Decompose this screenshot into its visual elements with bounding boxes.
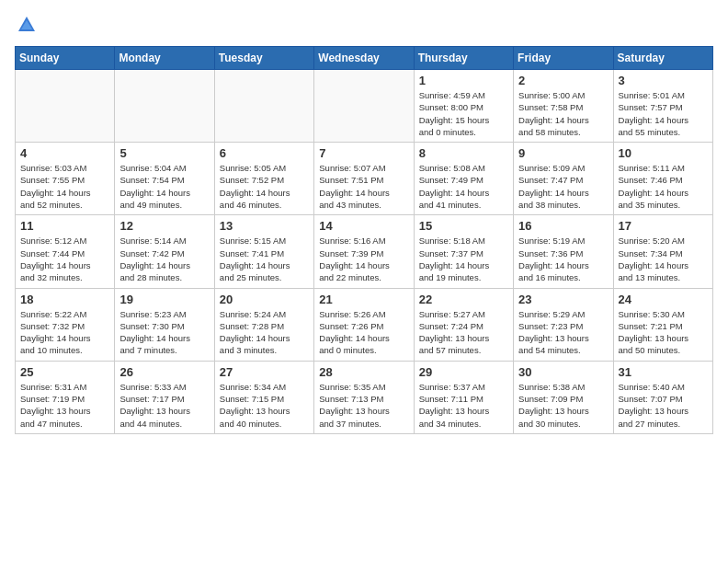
day-number: 9 bbox=[518, 146, 608, 160]
day-info: Sunrise: 5:09 AM Sunset: 7:47 PM Dayligh… bbox=[518, 162, 608, 211]
day-number: 1 bbox=[419, 74, 508, 87]
day-number: 30 bbox=[518, 365, 608, 379]
day-number: 22 bbox=[419, 293, 508, 306]
day-number: 23 bbox=[518, 293, 608, 306]
day-number: 13 bbox=[220, 219, 309, 233]
day-number: 8 bbox=[419, 146, 508, 160]
day-number: 10 bbox=[619, 146, 708, 160]
day-info: Sunrise: 5:31 AM Sunset: 7:19 PM Dayligh… bbox=[20, 381, 109, 430]
day-info: Sunrise: 5:20 AM Sunset: 7:34 PM Dayligh… bbox=[619, 235, 708, 283]
calendar-cell: 24Sunrise: 5:30 AM Sunset: 7:21 PM Dayli… bbox=[613, 288, 712, 361]
calendar-cell bbox=[115, 70, 214, 143]
calendar-cell: 9Sunrise: 5:09 AM Sunset: 7:47 PM Daylig… bbox=[514, 143, 613, 215]
day-info: Sunrise: 5:08 AM Sunset: 7:49 PM Dayligh… bbox=[419, 162, 508, 211]
header-day-sunday: Sunday bbox=[16, 47, 115, 70]
calendar-cell: 23Sunrise: 5:29 AM Sunset: 7:23 PM Dayli… bbox=[514, 288, 613, 361]
calendar-cell: 14Sunrise: 5:16 AM Sunset: 7:39 PM Dayli… bbox=[314, 215, 414, 288]
calendar-cell: 28Sunrise: 5:35 AM Sunset: 7:13 PM Dayli… bbox=[314, 361, 414, 433]
header-day-tuesday: Tuesday bbox=[214, 47, 313, 70]
day-number: 12 bbox=[119, 219, 209, 233]
day-number: 27 bbox=[220, 365, 309, 379]
day-info: Sunrise: 5:33 AM Sunset: 7:17 PM Dayligh… bbox=[119, 381, 209, 430]
calendar-week-row-2: 4Sunrise: 5:03 AM Sunset: 7:55 PM Daylig… bbox=[16, 143, 713, 215]
day-info: Sunrise: 5:22 AM Sunset: 7:32 PM Dayligh… bbox=[20, 308, 109, 357]
day-info: Sunrise: 5:23 AM Sunset: 7:30 PM Dayligh… bbox=[119, 308, 209, 357]
day-info: Sunrise: 5:07 AM Sunset: 7:51 PM Dayligh… bbox=[319, 162, 408, 211]
calendar-cell: 3Sunrise: 5:01 AM Sunset: 7:57 PM Daylig… bbox=[613, 70, 712, 143]
day-info: Sunrise: 5:35 AM Sunset: 7:13 PM Dayligh… bbox=[319, 381, 408, 430]
calendar-cell: 29Sunrise: 5:37 AM Sunset: 7:11 PM Dayli… bbox=[414, 361, 513, 433]
calendar-cell: 4Sunrise: 5:03 AM Sunset: 7:55 PM Daylig… bbox=[16, 143, 115, 215]
calendar-cell: 19Sunrise: 5:23 AM Sunset: 7:30 PM Dayli… bbox=[115, 288, 214, 361]
calendar-cell: 1Sunrise: 4:59 AM Sunset: 8:00 PM Daylig… bbox=[414, 70, 513, 143]
day-number: 24 bbox=[619, 293, 708, 306]
day-number: 11 bbox=[20, 219, 109, 233]
calendar-cell: 13Sunrise: 5:15 AM Sunset: 7:41 PM Dayli… bbox=[214, 215, 313, 288]
day-info: Sunrise: 5:34 AM Sunset: 7:15 PM Dayligh… bbox=[220, 381, 309, 430]
calendar-cell: 16Sunrise: 5:19 AM Sunset: 7:36 PM Dayli… bbox=[514, 215, 613, 288]
day-number: 7 bbox=[319, 146, 408, 160]
day-info: Sunrise: 5:38 AM Sunset: 7:09 PM Dayligh… bbox=[518, 381, 608, 430]
header-day-thursday: Thursday bbox=[414, 47, 513, 70]
day-info: Sunrise: 5:29 AM Sunset: 7:23 PM Dayligh… bbox=[518, 308, 608, 357]
calendar-week-row-5: 25Sunrise: 5:31 AM Sunset: 7:19 PM Dayli… bbox=[16, 361, 713, 433]
day-number: 20 bbox=[220, 293, 309, 306]
calendar-cell: 17Sunrise: 5:20 AM Sunset: 7:34 PM Dayli… bbox=[613, 215, 712, 288]
day-number: 14 bbox=[319, 219, 408, 233]
calendar-cell bbox=[214, 70, 313, 143]
calendar-cell: 22Sunrise: 5:27 AM Sunset: 7:24 PM Dayli… bbox=[414, 288, 513, 361]
calendar-week-row-4: 18Sunrise: 5:22 AM Sunset: 7:32 PM Dayli… bbox=[16, 288, 713, 361]
calendar-cell bbox=[314, 70, 414, 143]
day-info: Sunrise: 5:14 AM Sunset: 7:42 PM Dayligh… bbox=[119, 235, 209, 283]
day-info: Sunrise: 5:24 AM Sunset: 7:28 PM Dayligh… bbox=[220, 308, 309, 357]
day-number: 3 bbox=[619, 74, 708, 87]
calendar-cell: 26Sunrise: 5:33 AM Sunset: 7:17 PM Dayli… bbox=[115, 361, 214, 433]
header-day-friday: Friday bbox=[514, 47, 613, 70]
day-info: Sunrise: 5:37 AM Sunset: 7:11 PM Dayligh… bbox=[419, 381, 508, 430]
day-info: Sunrise: 5:05 AM Sunset: 7:52 PM Dayligh… bbox=[220, 162, 309, 211]
calendar-cell: 27Sunrise: 5:34 AM Sunset: 7:15 PM Dayli… bbox=[214, 361, 313, 433]
day-number: 26 bbox=[119, 365, 209, 379]
day-number: 17 bbox=[619, 219, 708, 233]
calendar-cell: 18Sunrise: 5:22 AM Sunset: 7:32 PM Dayli… bbox=[16, 288, 115, 361]
day-info: Sunrise: 5:26 AM Sunset: 7:26 PM Dayligh… bbox=[319, 308, 408, 357]
day-info: Sunrise: 5:40 AM Sunset: 7:07 PM Dayligh… bbox=[619, 381, 708, 430]
calendar-cell: 10Sunrise: 5:11 AM Sunset: 7:46 PM Dayli… bbox=[613, 143, 712, 215]
day-number: 29 bbox=[419, 365, 508, 379]
day-number: 6 bbox=[220, 146, 309, 160]
calendar-cell: 30Sunrise: 5:38 AM Sunset: 7:09 PM Dayli… bbox=[514, 361, 613, 433]
calendar-cell: 15Sunrise: 5:18 AM Sunset: 7:37 PM Dayli… bbox=[414, 215, 513, 288]
day-info: Sunrise: 5:12 AM Sunset: 7:44 PM Dayligh… bbox=[20, 235, 109, 283]
calendar-cell: 8Sunrise: 5:08 AM Sunset: 7:49 PM Daylig… bbox=[414, 143, 513, 215]
day-info: Sunrise: 5:00 AM Sunset: 7:58 PM Dayligh… bbox=[518, 89, 608, 138]
calendar-cell: 21Sunrise: 5:26 AM Sunset: 7:26 PM Dayli… bbox=[314, 288, 414, 361]
calendar-cell: 2Sunrise: 5:00 AM Sunset: 7:58 PM Daylig… bbox=[514, 70, 613, 143]
day-info: Sunrise: 5:30 AM Sunset: 7:21 PM Dayligh… bbox=[619, 308, 708, 357]
day-number: 28 bbox=[319, 365, 408, 379]
day-info: Sunrise: 5:15 AM Sunset: 7:41 PM Dayligh… bbox=[220, 235, 309, 283]
logo bbox=[15, 15, 37, 35]
day-info: Sunrise: 5:11 AM Sunset: 7:46 PM Dayligh… bbox=[619, 162, 708, 211]
calendar-table: SundayMondayTuesdayWednesdayThursdayFrid… bbox=[15, 46, 713, 434]
header-day-monday: Monday bbox=[115, 47, 214, 70]
calendar-cell: 7Sunrise: 5:07 AM Sunset: 7:51 PM Daylig… bbox=[314, 143, 414, 215]
header-day-saturday: Saturday bbox=[613, 47, 712, 70]
day-info: Sunrise: 5:03 AM Sunset: 7:55 PM Dayligh… bbox=[20, 162, 109, 211]
day-info: Sunrise: 5:04 AM Sunset: 7:54 PM Dayligh… bbox=[119, 162, 209, 211]
calendar-cell bbox=[16, 70, 115, 143]
day-number: 5 bbox=[119, 146, 209, 160]
day-number: 25 bbox=[20, 365, 109, 379]
calendar-week-row-1: 1Sunrise: 4:59 AM Sunset: 8:00 PM Daylig… bbox=[16, 70, 713, 143]
day-number: 4 bbox=[20, 146, 109, 160]
calendar-cell: 20Sunrise: 5:24 AM Sunset: 7:28 PM Dayli… bbox=[214, 288, 313, 361]
calendar-header-row: SundayMondayTuesdayWednesdayThursdayFrid… bbox=[16, 47, 713, 70]
day-number: 19 bbox=[119, 293, 209, 306]
day-info: Sunrise: 5:19 AM Sunset: 7:36 PM Dayligh… bbox=[518, 235, 608, 283]
day-number: 31 bbox=[619, 365, 708, 379]
calendar-cell: 6Sunrise: 5:05 AM Sunset: 7:52 PM Daylig… bbox=[214, 143, 313, 215]
day-info: Sunrise: 5:27 AM Sunset: 7:24 PM Dayligh… bbox=[419, 308, 508, 357]
day-number: 16 bbox=[518, 219, 608, 233]
calendar-week-row-3: 11Sunrise: 5:12 AM Sunset: 7:44 PM Dayli… bbox=[16, 215, 713, 288]
day-number: 18 bbox=[20, 293, 109, 306]
day-info: Sunrise: 5:01 AM Sunset: 7:57 PM Dayligh… bbox=[619, 89, 708, 138]
